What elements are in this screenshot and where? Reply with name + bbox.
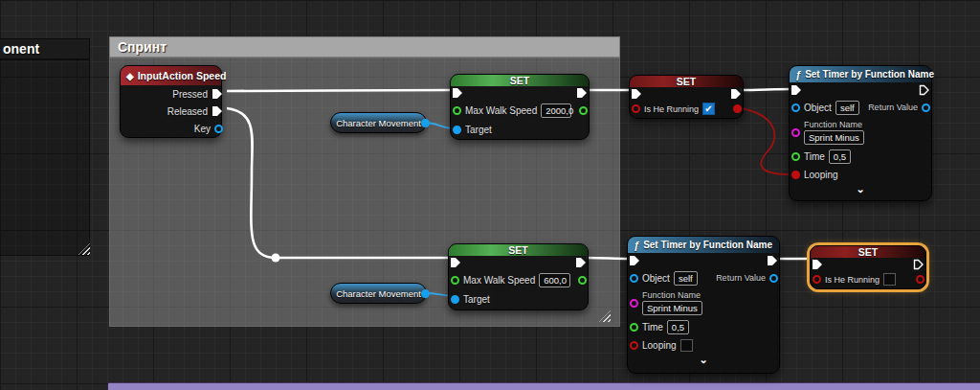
time-label: Time xyxy=(804,151,825,162)
key-pin[interactable] xyxy=(214,125,223,133)
set-title: SET xyxy=(677,76,696,87)
float-in-pin[interactable] xyxy=(451,276,459,285)
node-set-timer-bottom-header: ƒ Set Timer by Function Name xyxy=(628,237,779,253)
bool-out-pin[interactable] xyxy=(916,275,924,284)
node-set-timer-top-header: ƒ Set Timer by Function Name xyxy=(790,66,931,82)
set-title: SET xyxy=(508,244,527,256)
comment-left-title: onent xyxy=(3,41,39,57)
time-field[interactable]: 0,5 xyxy=(829,149,851,164)
function-icon: ƒ xyxy=(795,69,801,80)
comment-left-body[interactable] xyxy=(0,59,90,256)
exec-out-pin[interactable] xyxy=(919,84,930,96)
node-set-bool-header: SET xyxy=(811,246,925,258)
node-set-bottom-header: SET xyxy=(449,244,588,256)
node-input-action-speed[interactable]: ◈ InputAction Speed Pressed Released Key xyxy=(120,65,222,138)
exec-in-pin[interactable] xyxy=(450,257,461,268)
prop-label: Is He Running xyxy=(825,275,880,285)
timer-title: Set Timer by Function Name xyxy=(643,240,772,250)
input-event-icon: ◈ xyxy=(126,71,134,81)
looping-label: Looping xyxy=(642,340,677,351)
time-label: Time xyxy=(642,322,663,333)
looping-pin[interactable] xyxy=(791,171,800,179)
bool-wire-running-to-looping xyxy=(741,108,791,174)
character-movement-out-pin[interactable] xyxy=(421,289,430,298)
node-set-top-header: SET xyxy=(451,75,589,86)
node-set-timer-top[interactable]: ƒ Set Timer by Function Name Object self… xyxy=(789,65,932,201)
float-out-pin[interactable] xyxy=(578,276,587,285)
time-field[interactable]: 0,5 xyxy=(667,320,689,334)
exec-wire-setbool-to-timer xyxy=(740,89,792,90)
comment-left-header[interactable]: onent xyxy=(0,38,90,59)
float-out-pin[interactable] xyxy=(579,106,588,115)
node-input-action-header[interactable]: ◈ InputAction Speed xyxy=(121,66,221,85)
object-field[interactable]: self xyxy=(835,101,859,115)
node-character-movement-bottom[interactable]: Character Movement xyxy=(330,283,427,304)
prop-label: Max Walk Speed xyxy=(465,105,537,116)
function-name-field[interactable]: Sprint Minus xyxy=(804,130,864,145)
timer-title: Set Timer by Function Name xyxy=(805,69,934,80)
comment-sprint-header[interactable]: Спринт xyxy=(109,36,620,57)
exec-out-pin[interactable] xyxy=(730,88,742,100)
function-name-field[interactable]: Sprint Minus xyxy=(642,301,702,315)
return-value-pin[interactable] xyxy=(922,103,930,112)
exec-pin-pressed[interactable] xyxy=(212,88,223,100)
node-character-movement-top[interactable]: Character Movement xyxy=(330,112,427,133)
looping-pin[interactable] xyxy=(630,341,638,350)
object-pin[interactable] xyxy=(630,274,638,283)
pin-label-released: Released xyxy=(167,106,208,117)
bool-checkbox[interactable]: ✔ xyxy=(702,103,715,115)
set-title: SET xyxy=(510,75,529,86)
return-value-label: Return Value xyxy=(868,103,918,112)
exec-out-pin[interactable] xyxy=(913,259,924,270)
exec-in-pin[interactable] xyxy=(629,255,640,266)
object-pin[interactable] xyxy=(791,103,800,112)
object-label: Object xyxy=(642,273,670,284)
looping-checkbox[interactable] xyxy=(680,339,693,352)
node-set-max-walk-speed-bottom[interactable]: SET Max Walk Speed 600,0 Target xyxy=(448,243,589,310)
function-name-pin[interactable] xyxy=(630,299,638,308)
exec-out-pin[interactable] xyxy=(576,87,588,99)
bool-checkbox[interactable] xyxy=(883,273,896,286)
comment-purple-partial[interactable] xyxy=(108,382,980,390)
return-value-pin[interactable] xyxy=(769,274,778,283)
time-pin[interactable] xyxy=(630,323,638,332)
float-in-pin[interactable] xyxy=(453,106,461,115)
target-label: Target xyxy=(465,125,492,135)
max-walk-speed-field[interactable]: 600,0 xyxy=(539,273,570,287)
target-pin[interactable] xyxy=(451,295,459,304)
node-set-max-walk-speed-top[interactable]: SET Max Walk Speed 2000,0 Target xyxy=(450,74,590,140)
target-pin[interactable] xyxy=(453,126,461,134)
return-value-label: Return Value xyxy=(716,273,766,283)
function-name-label: Function Name xyxy=(642,290,702,300)
collapse-chevron-icon[interactable]: ⌄ xyxy=(790,183,931,195)
node-set-bool-header: SET xyxy=(630,76,743,87)
node-set-is-he-running-top[interactable]: SET Is He Running ✔ xyxy=(629,75,744,119)
looping-label: Looping xyxy=(804,170,838,180)
max-walk-speed-field[interactable]: 2000,0 xyxy=(541,103,571,118)
target-label: Target xyxy=(463,294,490,305)
prop-label: Is He Running xyxy=(644,104,699,114)
character-movement-out-pin[interactable] xyxy=(421,119,430,127)
exec-in-pin[interactable] xyxy=(812,259,823,270)
pin-label-pressed: Pressed xyxy=(172,89,208,100)
exec-in-pin[interactable] xyxy=(452,87,463,99)
set-title: SET xyxy=(858,246,878,258)
collapse-chevron-icon[interactable]: ⌄ xyxy=(628,354,779,365)
exec-in-pin[interactable] xyxy=(631,88,642,100)
comment-sprint-title: Спринт xyxy=(118,39,167,55)
bool-out-pin[interactable] xyxy=(733,104,742,113)
exec-in-pin[interactable] xyxy=(791,84,802,96)
bool-in-pin[interactable] xyxy=(813,275,821,284)
chevron-glyph: ⌄ xyxy=(856,183,864,195)
node-set-is-he-running-bottom-selected[interactable]: SET Is He Running xyxy=(810,245,926,289)
exec-out-pin[interactable] xyxy=(575,257,587,268)
exec-out-pin[interactable] xyxy=(767,255,778,266)
object-field[interactable]: self xyxy=(674,271,698,286)
function-name-pin[interactable] xyxy=(791,128,800,137)
bool-in-pin[interactable] xyxy=(632,104,640,113)
exec-pin-released[interactable] xyxy=(212,105,223,117)
prop-label: Max Walk Speed xyxy=(463,275,535,286)
node-set-timer-bottom[interactable]: ƒ Set Timer by Function Name Object self… xyxy=(627,236,780,374)
blueprint-graph-canvas[interactable]: onent Спринт ◈ InputAction Speed Pressed… xyxy=(0,0,980,390)
time-pin[interactable] xyxy=(791,152,800,161)
